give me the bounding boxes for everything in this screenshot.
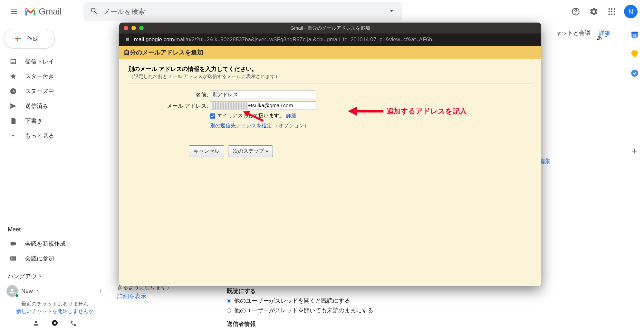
meet-new-meeting[interactable]: 会議を新規作成 (0, 236, 110, 251)
sidebar-item-sent[interactable]: 送信済み (0, 99, 110, 113)
no-recent-chats-text: 最近のチャットはありません (0, 299, 110, 307)
read-option-2[interactable]: 他のユーザーがスレッドを開いても未読のままにする (227, 307, 612, 314)
svg-point-10 (614, 14, 615, 15)
get-addons-button[interactable]: + (629, 145, 641, 157)
cancel-button[interactable]: キャンセル (189, 145, 224, 157)
popup-url-bar: mail.google.com/mail/u/2/?ui=2&ik=90b285… (119, 34, 541, 46)
send-icon (10, 102, 17, 110)
chevron-down-icon[interactable] (35, 287, 41, 295)
popup-heading: 自分のメールアドレスを追加 (119, 46, 541, 59)
svg-point-3 (611, 8, 613, 10)
svg-point-4 (614, 8, 615, 10)
calendar-addon[interactable]: 31 (629, 28, 641, 41)
inbox-icon (10, 58, 17, 65)
sidebar-item-snoozed[interactable]: スヌーズ中 (0, 84, 110, 99)
hangouts-section-label: ハングアウト (0, 266, 110, 283)
lock-icon (125, 36, 130, 43)
svg-point-6 (611, 11, 613, 13)
keep-addon[interactable] (629, 48, 641, 60)
video-icon (10, 240, 17, 247)
new-chat-button[interactable]: + (99, 287, 103, 296)
name-label: 名前: (128, 91, 208, 99)
email-input[interactable]: +tsuika@gmail.com (210, 102, 316, 110)
tab-chat-meet[interactable]: ャットと会議 (556, 29, 591, 37)
gmail-logo[interactable]: Gmail (24, 6, 62, 17)
apps-button[interactable] (604, 4, 620, 19)
support-button[interactable] (568, 4, 583, 19)
hangouts-bottom-tabs (0, 315, 110, 331)
svg-point-2 (609, 8, 610, 10)
reply-to-link[interactable]: 別の返信先アドレスを指定 (210, 123, 272, 128)
annotation-text: 追加するアドレスを記入 (387, 106, 467, 116)
redacted-text (212, 102, 248, 109)
settings-button[interactable] (586, 4, 601, 19)
user-avatar-icon (6, 285, 18, 297)
side-panel: 31 + (625, 23, 644, 315)
reply-option-text: （オプション） (273, 123, 309, 128)
plus-icon (13, 34, 22, 43)
draft-icon (10, 117, 17, 124)
gmail-wordmark: Gmail (39, 6, 62, 17)
language-indicator[interactable]: あ (597, 34, 609, 41)
search-icon (90, 7, 98, 16)
meet-join-meeting[interactable]: 会議に参加 (0, 251, 110, 266)
add-address-popup: Gmail - 自分のメールアドレスを追加 mail.google.com/ma… (119, 23, 541, 286)
popup-window-title: Gmail - 自分のメールアドレスを追加 (119, 25, 541, 31)
radio-keep-unread[interactable] (227, 308, 231, 313)
sidebar: 作成 受信トレイ スター付き スヌーズ中 送信済み 下書き もっと見る Meet (0, 23, 110, 315)
sidebar-item-inbox[interactable]: 受信トレイ (0, 54, 110, 69)
contacts-tab[interactable] (27, 315, 45, 331)
clock-icon (10, 88, 17, 95)
show-detail-link[interactable]: 詳細を表示 (117, 292, 172, 300)
alias-detail-link[interactable]: 詳細 (286, 112, 296, 119)
svg-point-9 (611, 14, 613, 15)
header: Gmail メールを検索 N (0, 0, 644, 23)
search-placeholder: メールを検索 (103, 7, 382, 16)
gmail-icon (24, 7, 36, 16)
svg-point-7 (614, 11, 615, 13)
phone-tab[interactable] (64, 315, 82, 331)
svg-rect-14 (633, 56, 636, 57)
compose-button[interactable]: 作成 (4, 29, 55, 48)
read-option-1[interactable]: 他のユーザーがスレッドを開くと既読にする (227, 297, 612, 305)
svg-point-5 (609, 11, 610, 13)
svg-point-8 (609, 14, 610, 15)
alias-checkbox[interactable] (210, 113, 215, 119)
sender-info-heading: 送信者情報 (227, 320, 612, 328)
radio-read-on-open[interactable] (227, 299, 231, 303)
start-chat-link[interactable]: 新しいチャットを開始しませんか (0, 307, 110, 315)
search-options-icon[interactable] (388, 7, 396, 16)
hangouts-user-row[interactable]: New + (0, 283, 110, 299)
sidebar-item-starred[interactable]: スター付き (0, 69, 110, 84)
star-icon (10, 73, 17, 80)
popup-hint: （設定した名前とメール アドレスが送信するメールに表示されます） (129, 73, 532, 80)
keyboard-icon (10, 255, 17, 262)
popup-instruction: 別のメール アドレスの情報を入力してください。 (128, 65, 532, 73)
svg-text:31: 31 (632, 34, 636, 37)
svg-point-1 (575, 13, 576, 14)
expand-icon (10, 132, 17, 139)
hangouts-tab[interactable] (46, 315, 64, 331)
meet-section-label: Meet (0, 219, 110, 236)
compose-label: 作成 (27, 35, 38, 43)
chevron-down-icon (603, 34, 609, 39)
account-avatar[interactable]: N (624, 5, 638, 18)
name-input[interactable] (210, 91, 316, 99)
email-label: メール アドレス: (128, 102, 208, 110)
annotation-arrow-main: 追加するアドレスを記入 (348, 105, 467, 118)
search-bar[interactable]: メールを検索 (83, 2, 402, 21)
sidebar-item-drafts[interactable]: 下書き (0, 113, 110, 128)
tasks-addon[interactable] (629, 67, 641, 79)
next-step-button[interactable]: 次のステップ » (228, 145, 273, 157)
read-heading: 既読にする (227, 287, 612, 295)
popup-titlebar[interactable]: Gmail - 自分のメールアドレスを追加 (119, 23, 541, 34)
sidebar-item-more[interactable]: もっと見る (0, 128, 110, 143)
main-menu-button[interactable] (6, 4, 22, 19)
presence-dot-icon (15, 294, 19, 297)
